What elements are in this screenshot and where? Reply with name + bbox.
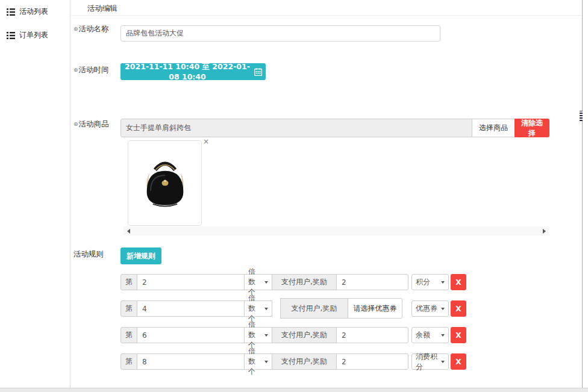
activity-name-input[interactable] bbox=[120, 25, 440, 42]
rule-row-2: 第 倍数个 支付用户,奖励 请选择优惠券 优惠券 X bbox=[120, 300, 470, 317]
rule-row-4: 第 倍数个 支付用户,奖励 消费积分 X bbox=[120, 353, 470, 370]
activity-edit-page: 活动列表 订单列表 活动编辑 ⊛活动名称 ⊛活动时间 2021-11-11 10… bbox=[0, 0, 588, 392]
select-product-button[interactable]: 选择商品 bbox=[472, 119, 515, 137]
rule-type-select[interactable]: 消费积分 bbox=[411, 353, 449, 370]
rule-type-value: 优惠券 bbox=[416, 303, 437, 314]
label-text: 活动名称 bbox=[79, 24, 109, 33]
rule-type-value: 消费积分 bbox=[416, 352, 439, 372]
required-icon: ⊛ bbox=[74, 26, 78, 32]
rule-remove-button[interactable]: X bbox=[451, 353, 466, 370]
tab-activity-edit[interactable]: 活动编辑 bbox=[87, 4, 117, 14]
horizontal-scrollbar[interactable] bbox=[0, 388, 588, 392]
sidebar-item-label: 订单列表 bbox=[19, 30, 48, 40]
caret-down-icon bbox=[264, 361, 268, 363]
date-range-text: 2021-11-11 10:40 至 2022-01-08 10:40 bbox=[124, 62, 251, 81]
product-image-card[interactable] bbox=[128, 140, 202, 226]
rule-type-value: 余额 bbox=[416, 330, 430, 340]
rule-unit-select[interactable]: 倍数个 bbox=[244, 274, 272, 290]
tab-bar: 活动编辑 bbox=[71, 0, 582, 16]
rule-reward-input[interactable] bbox=[336, 327, 408, 343]
rule-multiple-input[interactable] bbox=[137, 274, 245, 290]
rule-remove-button[interactable]: X bbox=[451, 300, 466, 317]
caret-down-icon bbox=[441, 361, 445, 363]
clear-selection-button[interactable]: 清除选择 bbox=[514, 119, 549, 137]
rule-reward-input[interactable] bbox=[336, 274, 408, 290]
product-name-input[interactable] bbox=[120, 119, 472, 137]
rule-prefix: 第 bbox=[120, 274, 137, 290]
vertical-scrollbar-thumb[interactable] bbox=[580, 111, 583, 121]
rule-type-select[interactable]: 积分 bbox=[411, 274, 449, 290]
rule-unit-value: 倍数个 bbox=[248, 346, 262, 377]
sidebar: 活动列表 订单列表 bbox=[0, 0, 70, 388]
caret-down-icon bbox=[264, 334, 268, 337]
rule-reward-input[interactable] bbox=[336, 353, 408, 370]
list-icon bbox=[7, 8, 15, 16]
rule-reward-label: 支付用户,奖励 bbox=[272, 327, 337, 343]
handbag-image bbox=[137, 151, 193, 216]
product-scrollbar[interactable] bbox=[124, 226, 549, 235]
rule-type-value: 积分 bbox=[416, 277, 430, 287]
rule-type-select[interactable]: 优惠券 bbox=[411, 300, 449, 317]
sidebar-item-activity-list[interactable]: 活动列表 bbox=[0, 0, 70, 23]
sidebar-item-order-list[interactable]: 订单列表 bbox=[0, 23, 70, 47]
activity-product-label: ⊛活动商品 bbox=[74, 119, 109, 129]
rule-multiple-input[interactable] bbox=[137, 327, 245, 343]
activity-rules-label: 活动规则 bbox=[74, 249, 104, 260]
rule-reward-label: 支付用户,奖励 bbox=[272, 274, 337, 290]
required-icon: ⊛ bbox=[74, 67, 78, 73]
rule-unit-select[interactable]: 倍数个 bbox=[244, 327, 272, 343]
list-icon bbox=[7, 32, 15, 39]
rule-row-3: 第 倍数个 支付用户,奖励 余额 X bbox=[120, 327, 470, 343]
caret-down-icon bbox=[441, 308, 445, 310]
required-icon: ⊛ bbox=[74, 121, 78, 127]
rule-unit-select[interactable]: 倍数个 bbox=[244, 300, 272, 317]
caret-down-icon bbox=[441, 281, 445, 284]
activity-name-label: ⊛活动名称 bbox=[74, 24, 109, 34]
label-text: 活动规则 bbox=[74, 249, 104, 258]
rule-multiple-input[interactable] bbox=[137, 300, 245, 317]
caret-down-icon bbox=[264, 281, 268, 284]
sidebar-item-label: 活动列表 bbox=[19, 7, 48, 17]
rule-row-1: 第 倍数个 支付用户,奖励 积分 X bbox=[120, 274, 470, 290]
rule-prefix: 第 bbox=[120, 300, 137, 317]
add-rule-button[interactable]: 新增规则 bbox=[120, 247, 161, 264]
content-right-border bbox=[582, 0, 583, 388]
label-text: 活动商品 bbox=[79, 119, 109, 128]
remove-image-icon[interactable]: × bbox=[203, 138, 209, 145]
rule-reward-label: 支付用户,奖励 bbox=[280, 298, 348, 319]
date-range-button[interactable]: 2021-11-11 10:40 至 2022-01-08 10:40 bbox=[120, 63, 266, 80]
rule-unit-select[interactable]: 倍数个 bbox=[244, 353, 272, 370]
rule-remove-button[interactable]: X bbox=[451, 274, 466, 290]
select-coupon-button[interactable]: 请选择优惠券 bbox=[348, 298, 402, 319]
rule-type-select[interactable]: 余额 bbox=[411, 327, 449, 343]
label-text: 活动时间 bbox=[79, 65, 109, 74]
rule-multiple-input[interactable] bbox=[137, 353, 245, 370]
rule-prefix: 第 bbox=[120, 327, 137, 343]
scroll-left-icon[interactable] bbox=[127, 229, 130, 234]
caret-down-icon bbox=[264, 308, 268, 310]
caret-down-icon bbox=[441, 334, 445, 337]
calendar-icon bbox=[254, 68, 262, 76]
activity-time-label: ⊛活动时间 bbox=[74, 65, 109, 75]
rule-prefix: 第 bbox=[120, 353, 137, 370]
scroll-right-icon[interactable] bbox=[543, 229, 546, 234]
rule-reward-label: 支付用户,奖励 bbox=[272, 353, 337, 370]
rule-remove-button[interactable]: X bbox=[451, 327, 466, 343]
